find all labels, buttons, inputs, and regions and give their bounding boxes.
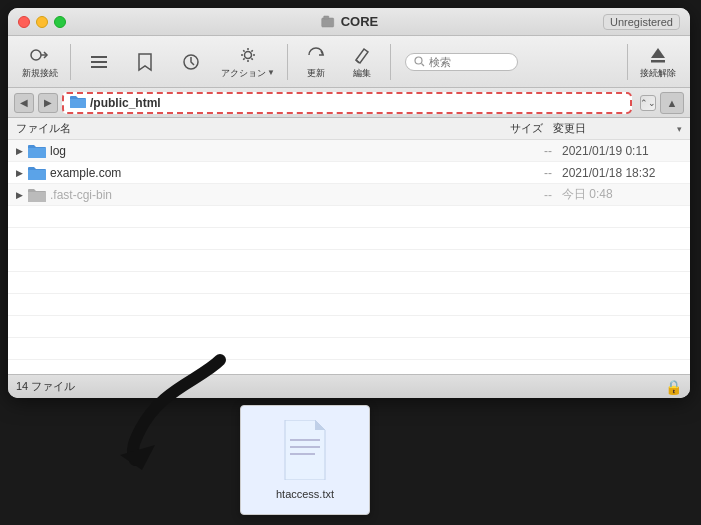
refresh-label: 更新 — [307, 67, 325, 80]
minimize-button[interactable] — [36, 16, 48, 28]
folder-icon — [28, 188, 46, 202]
col-size: サイズ — [473, 121, 543, 136]
edit-button[interactable]: 編集 — [340, 41, 384, 83]
file-date: 今日 0:48 — [552, 186, 682, 203]
folder-icon — [28, 166, 46, 180]
table-row[interactable]: ▶ log -- 2021/01/19 0:11 — [8, 140, 690, 162]
file-card: htaccess.txt — [240, 405, 370, 515]
table-row[interactable]: ▶ .fast-cgi-bin -- 今日 0:48 — [8, 184, 690, 206]
window-title: CORE — [341, 14, 379, 29]
up-button[interactable]: ▲ — [660, 92, 684, 114]
edit-label: 編集 — [353, 67, 371, 80]
svg-line-9 — [356, 60, 359, 63]
expand-icon: ▶ — [16, 146, 28, 156]
history-button[interactable] — [169, 48, 213, 76]
svg-point-2 — [31, 50, 41, 60]
file-size: -- — [482, 188, 552, 202]
connect-button[interactable]: 新規接続 — [16, 41, 64, 83]
forward-button[interactable]: ▶ — [38, 93, 58, 113]
search-icon — [414, 56, 425, 67]
pencil-icon — [351, 44, 373, 66]
gear-icon — [237, 44, 259, 66]
file-name: log — [50, 144, 482, 158]
toolbar-list-icon — [88, 51, 110, 73]
col-name: ファイル名 — [16, 121, 473, 136]
bookmark-icon — [134, 51, 156, 73]
table-row[interactable]: ▶ example.com -- 2021/01/18 18:32 — [8, 162, 690, 184]
disconnect-label: 接続解除 — [640, 67, 676, 80]
refresh-icon — [305, 44, 327, 66]
empty-area — [8, 206, 690, 374]
search-area[interactable] — [397, 50, 526, 74]
traffic-lights — [18, 16, 66, 28]
sep2 — [287, 44, 288, 80]
svg-rect-6 — [91, 66, 107, 68]
sep1 — [70, 44, 71, 80]
file-name: .fast-cgi-bin — [50, 188, 482, 202]
ftp-window: CORE Unregistered 新規接続 — [8, 8, 690, 398]
svg-rect-13 — [651, 60, 665, 63]
file-card-name: htaccess.txt — [276, 488, 334, 500]
toolbar-icon-button[interactable] — [77, 48, 121, 76]
action-label: アクション — [221, 67, 266, 80]
fullscreen-button[interactable] — [54, 16, 66, 28]
svg-point-10 — [415, 57, 422, 64]
folder-icon — [28, 144, 46, 158]
sep4 — [627, 44, 628, 80]
window-icon — [320, 14, 336, 30]
file-date: 2021/01/18 18:32 — [552, 166, 682, 180]
svg-rect-5 — [91, 61, 107, 63]
svg-rect-0 — [322, 18, 334, 27]
file-list: ファイル名 サイズ 変更日▾ ▶ log -- 2021/01/19 0:11 … — [8, 118, 690, 374]
sort-arrow: ▾ — [677, 124, 682, 134]
file-size: -- — [482, 144, 552, 158]
svg-rect-1 — [324, 16, 329, 19]
history-icon — [180, 51, 202, 73]
svg-marker-12 — [651, 48, 665, 58]
address-text: /public_html — [90, 96, 161, 110]
unregistered-badge: Unregistered — [603, 14, 680, 30]
eject-icon — [647, 44, 669, 66]
expand-icon: ▶ — [16, 190, 28, 200]
address-field[interactable]: /public_html — [62, 92, 632, 114]
action-button[interactable]: アクション ▼ — [215, 41, 281, 83]
connect-label: 新規接続 — [22, 67, 58, 80]
path-spinner[interactable]: ⌃⌄ — [640, 95, 656, 111]
addressbar: ◀ ▶ /public_html ⌃⌄ ▲ — [8, 88, 690, 118]
titlebar-center: CORE — [320, 14, 379, 30]
status-text: 14 ファイル — [16, 379, 665, 394]
folder-icon — [70, 95, 86, 111]
svg-marker-14 — [120, 445, 155, 470]
file-size: -- — [482, 166, 552, 180]
back-button[interactable]: ◀ — [14, 93, 34, 113]
refresh-button[interactable]: 更新 — [294, 41, 338, 83]
close-button[interactable] — [18, 16, 30, 28]
expand-icon: ▶ — [16, 168, 28, 178]
file-date: 2021/01/19 0:11 — [552, 144, 682, 158]
svg-line-11 — [421, 64, 424, 67]
search-input[interactable] — [429, 56, 509, 68]
toolbar: 新規接続 — [8, 36, 690, 88]
bookmark-button[interactable] — [123, 48, 167, 76]
statusbar: 14 ファイル 🔒 — [8, 374, 690, 398]
file-card-icon — [280, 420, 330, 480]
svg-rect-4 — [91, 56, 107, 58]
titlebar: CORE Unregistered — [8, 8, 690, 36]
disconnect-button[interactable]: 接続解除 — [634, 41, 682, 83]
lock-icon: 🔒 — [665, 379, 682, 395]
col-date: 変更日 — [543, 121, 673, 136]
connect-icon — [29, 44, 51, 66]
filelist-header: ファイル名 サイズ 変更日▾ — [8, 118, 690, 140]
svg-point-8 — [244, 51, 251, 58]
search-box[interactable] — [405, 53, 518, 71]
file-name: example.com — [50, 166, 482, 180]
sep3 — [390, 44, 391, 80]
